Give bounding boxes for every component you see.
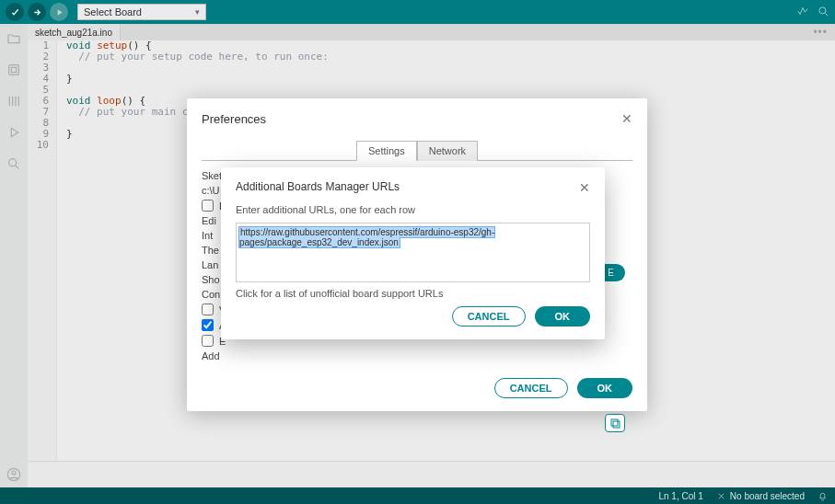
boards-urls-dialog: Additional Boards Manager URLs ✕ Enter a…	[221, 167, 605, 339]
svg-rect-6	[611, 419, 618, 426]
prefs-additional-row: Add	[202, 350, 632, 361]
additional-urls-edit-button[interactable]	[605, 414, 625, 432]
tab-network[interactable]: Network	[417, 141, 478, 161]
boards-urls-ok-button[interactable]: OK	[535, 306, 591, 326]
preferences-title: Preferences	[202, 112, 266, 126]
preferences-tabs: Settings Network	[202, 141, 632, 161]
boards-urls-help-link[interactable]: Click for a list of unofficial board sup…	[236, 288, 590, 299]
close-icon[interactable]: ✕	[579, 180, 590, 195]
boards-urls-cancel-button[interactable]: CANCEL	[452, 306, 526, 326]
boards-urls-title: Additional Boards Manager URLs	[236, 180, 400, 195]
boards-urls-textarea[interactable]: https://raw.githubusercontent.com/espres…	[236, 223, 590, 282]
close-icon[interactable]: ✕	[621, 111, 632, 126]
svg-rect-7	[613, 421, 620, 428]
preferences-ok-button[interactable]: OK	[577, 378, 633, 398]
boards-urls-hint: Enter additional URLs, one for each row	[236, 204, 590, 215]
preferences-cancel-button[interactable]: CANCEL	[494, 378, 568, 398]
boards-urls-value: https://raw.githubusercontent.com/espres…	[239, 227, 494, 247]
tab-settings[interactable]: Settings	[356, 141, 417, 161]
